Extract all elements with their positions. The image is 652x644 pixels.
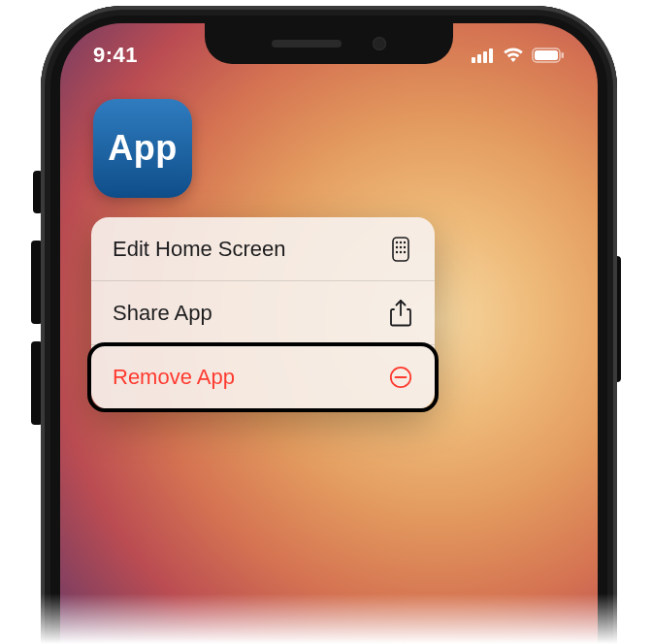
status-indicators [472,48,565,63]
svg-point-8 [396,241,398,242]
svg-rect-5 [535,50,558,60]
cellular-icon [472,48,495,63]
svg-point-12 [400,245,402,247]
battery-icon [532,48,565,63]
svg-point-15 [400,250,402,252]
svg-point-11 [396,245,398,247]
menu-item-edit-home-screen[interactable]: Edit Home Screen [91,217,435,281]
app-icon[interactable]: App [93,99,192,198]
svg-rect-2 [483,51,487,63]
status-bar: 9:41 [60,39,598,72]
svg-point-13 [404,245,406,247]
remove-icon [388,366,413,389]
menu-item-label: Edit Home Screen [113,237,286,262]
share-icon [388,300,413,327]
menu-item-label: Share App [113,301,212,326]
context-menu: Edit Home Screen Share App [91,217,435,409]
svg-rect-7 [393,238,408,261]
menu-item-share-app[interactable]: Share App [91,281,435,345]
app-icon-label: App [108,128,177,169]
svg-rect-3 [489,48,493,63]
svg-point-9 [400,241,402,242]
menu-item-label: Remove App [113,365,235,390]
svg-point-10 [404,241,406,242]
svg-rect-0 [472,57,475,63]
home-screen: 9:41 [60,23,598,644]
status-time: 9:41 [93,43,138,68]
wifi-icon [503,48,524,63]
svg-rect-6 [562,52,565,58]
svg-point-16 [404,250,406,252]
homescreen-icon [388,237,413,262]
svg-point-14 [396,250,398,252]
svg-rect-1 [477,54,481,63]
menu-item-remove-app[interactable]: Remove App [91,345,435,409]
